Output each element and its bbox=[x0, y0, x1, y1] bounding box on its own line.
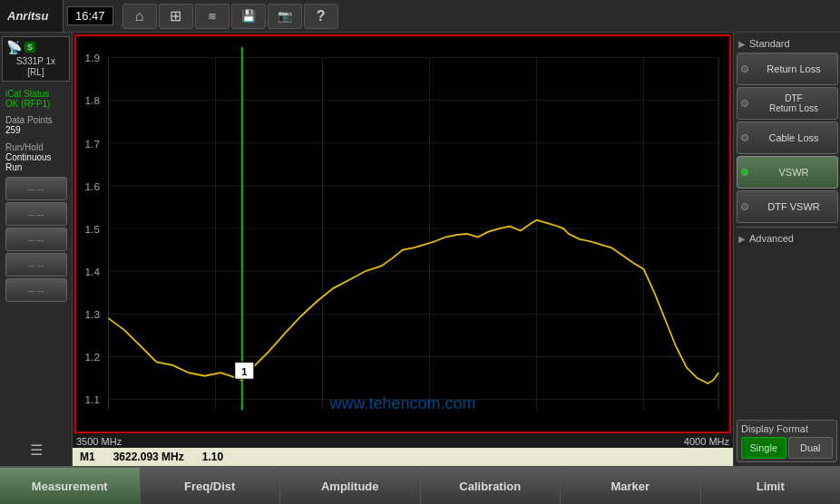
ical-ok: OK (RFP1) bbox=[5, 99, 66, 109]
left-btn-1[interactable]: -- -- bbox=[5, 177, 67, 200]
device-mode: S bbox=[24, 42, 35, 53]
display-format-area: Display Format Single Dual bbox=[737, 420, 837, 462]
svg-text:1.1: 1.1 bbox=[85, 393, 100, 405]
camera-icon[interactable]: 📷 bbox=[268, 4, 302, 29]
dtf-return-loss-button[interactable]: DTF Return Loss bbox=[737, 87, 838, 120]
svg-text:1.6: 1.6 bbox=[85, 180, 101, 192]
cable-loss-label: Cable Loss bbox=[768, 132, 818, 143]
svg-text:1.3: 1.3 bbox=[85, 308, 101, 320]
freq-dist-nav-button[interactable]: Freq/Dist bbox=[141, 468, 281, 504]
vswr-label: VSWR bbox=[779, 167, 809, 178]
center-area: VSWR bbox=[73, 33, 733, 466]
measure-icon[interactable]: ≋ bbox=[195, 4, 230, 29]
freq-bar: 3500 MHz 4000 MHz bbox=[73, 435, 733, 448]
standard-label: Standard bbox=[749, 38, 790, 49]
home-icon[interactable]: ⌂ bbox=[122, 4, 157, 29]
vswr-indicator bbox=[741, 169, 748, 176]
dtf-vswr-button[interactable]: DTF VSWR bbox=[737, 190, 838, 223]
data-points-label: Data Points bbox=[5, 115, 66, 125]
freq-start-label: 3500 MHz bbox=[76, 436, 122, 447]
single-display-button[interactable]: Single bbox=[741, 437, 786, 459]
dtf-return-loss-indicator bbox=[741, 100, 748, 107]
advanced-section-label: ▶ Advanced bbox=[737, 231, 837, 246]
cable-loss-indicator bbox=[741, 134, 748, 141]
chart-svg: 1.9 1.8 1.7 1.6 1.5 1.4 1.3 1.2 1.1 bbox=[76, 36, 729, 431]
advanced-label: Advanced bbox=[749, 233, 794, 244]
right-divider bbox=[737, 227, 837, 228]
dual-display-button[interactable]: Dual bbox=[788, 437, 834, 459]
antenna-icon: 📡 bbox=[6, 40, 22, 54]
brand-logo: Anritsu bbox=[0, 0, 63, 32]
vswr-button[interactable]: VSWR bbox=[737, 156, 838, 189]
return-loss-label: Return Loss bbox=[767, 63, 820, 74]
data-points-value: 259 bbox=[5, 125, 66, 135]
run-hold-block: Run/Hold Continuous Run bbox=[2, 140, 70, 175]
bottom-nav: Measurement Freq/Dist Amplitude Calibrat… bbox=[0, 466, 840, 504]
left-btn-5[interactable]: -- -- bbox=[5, 278, 67, 302]
grid-icon[interactable]: ⊞ bbox=[159, 4, 193, 29]
help-icon[interactable]: ? bbox=[304, 4, 338, 29]
limit-nav-button[interactable]: Limit bbox=[701, 468, 841, 504]
device-name: S331P 1x[RL] bbox=[6, 56, 65, 78]
left-btn-3[interactable]: -- -- bbox=[5, 228, 67, 251]
svg-rect-0 bbox=[76, 36, 729, 431]
left-btn-4[interactable]: -- -- bbox=[5, 253, 67, 276]
right-panel: ▶ Standard Return Loss DTF Return Loss C… bbox=[733, 33, 840, 466]
left-panel: 📡 S S331P 1x[RL] iCal Status OK (RFP1) D… bbox=[0, 33, 73, 466]
chart-inner: VSWR bbox=[76, 36, 729, 431]
svg-text:1: 1 bbox=[241, 365, 248, 377]
ical-label: iCal Status bbox=[5, 89, 66, 99]
measurement-nav-button[interactable]: Measurement bbox=[0, 468, 141, 504]
menu-icon[interactable]: ☰ bbox=[26, 438, 46, 462]
ical-status: iCal Status OK (RFP1) bbox=[2, 87, 70, 111]
svg-text:1.5: 1.5 bbox=[85, 223, 101, 235]
amplitude-nav-button[interactable]: Amplitude bbox=[280, 468, 421, 504]
dtf-vswr-label: DTF VSWR bbox=[767, 201, 819, 212]
cable-loss-button[interactable]: Cable Loss bbox=[737, 121, 838, 154]
arrow-right-icon: ▶ bbox=[738, 39, 746, 49]
calibration-nav-button[interactable]: Calibration bbox=[421, 468, 562, 504]
return-loss-indicator bbox=[741, 65, 748, 73]
top-bar: Anritsu 16:47 ⌂ ⊞ ≋ 💾 📷 ? bbox=[0, 0, 840, 33]
left-btn-2[interactable]: -- -- bbox=[5, 202, 67, 226]
svg-text:1.8: 1.8 bbox=[85, 94, 101, 106]
marker-freq: 3622.093 MHz bbox=[113, 451, 184, 463]
watermark: www.tehencom.com bbox=[329, 394, 475, 413]
run-hold-label: Run/Hold bbox=[5, 142, 66, 152]
dtf-return-loss-label: DTF Return Loss bbox=[769, 93, 818, 113]
chart-container: VSWR bbox=[74, 34, 731, 433]
device-info: 📡 S S331P 1x[RL] bbox=[2, 36, 70, 82]
svg-text:1.4: 1.4 bbox=[85, 266, 101, 277]
main-layout: 📡 S S331P 1x[RL] iCal Status OK (RFP1) D… bbox=[0, 33, 840, 466]
display-format-buttons: Single Dual bbox=[741, 437, 833, 459]
run-hold-value: Run bbox=[5, 162, 66, 172]
marker-bar: M1 3622.093 MHz 1.10 bbox=[73, 448, 733, 466]
data-points-block: Data Points 259 bbox=[2, 112, 70, 138]
display-format-title: Display Format bbox=[741, 423, 833, 434]
freq-end-label: 4000 MHz bbox=[684, 436, 729, 447]
marker-nav-button[interactable]: Marker bbox=[561, 468, 701, 504]
svg-text:1.2: 1.2 bbox=[85, 351, 100, 363]
nav-icons: ⌂ ⊞ ≋ 💾 📷 ? bbox=[122, 4, 338, 29]
run-hold-mode: Continuous bbox=[5, 152, 66, 162]
clock-display: 16:47 bbox=[67, 6, 113, 25]
standard-section-label: ▶ Standard bbox=[737, 36, 837, 51]
svg-text:1.9: 1.9 bbox=[85, 52, 100, 63]
save-icon[interactable]: 💾 bbox=[231, 4, 266, 29]
return-loss-button[interactable]: Return Loss bbox=[737, 53, 838, 85]
advanced-arrow-icon: ▶ bbox=[738, 234, 746, 244]
svg-text:1.7: 1.7 bbox=[85, 138, 100, 150]
dtf-vswr-indicator bbox=[741, 203, 748, 210]
marker-id: M1 bbox=[80, 451, 95, 463]
marker-value: 1.10 bbox=[202, 451, 223, 463]
